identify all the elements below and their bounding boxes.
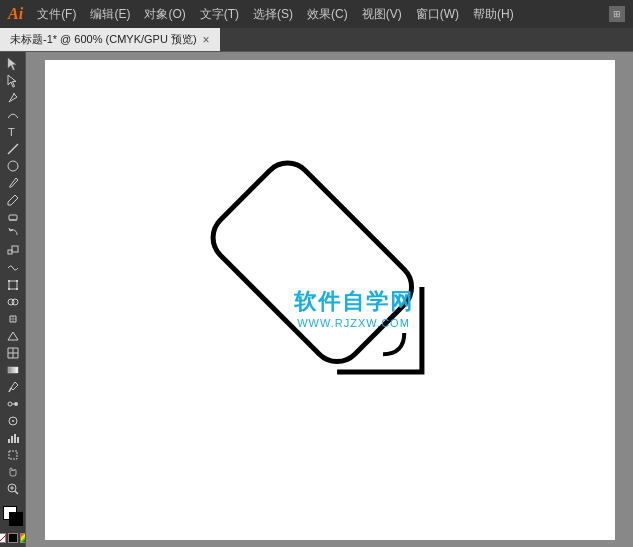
svg-point-14	[12, 299, 18, 305]
canvas-area[interactable]: 软件自学网 WWW.RJZXW.COM	[26, 52, 633, 547]
grid-view-button[interactable]: ⊞	[609, 6, 625, 22]
svg-line-27	[15, 491, 18, 494]
svg-rect-4	[9, 215, 17, 220]
hand-tool[interactable]	[2, 464, 24, 480]
app-logo: Ai	[8, 5, 23, 23]
menu-type[interactable]: 文字(T)	[194, 4, 245, 25]
active-tab[interactable]: 未标题-1* @ 600% (CMYK/GPU 预览) ×	[0, 28, 220, 51]
svg-rect-6	[8, 250, 12, 254]
eyedropper-tool[interactable]	[2, 379, 24, 395]
zoom-tool[interactable]	[2, 481, 24, 497]
svg-rect-8	[9, 281, 17, 289]
graph-tool[interactable]	[2, 430, 24, 446]
svg-line-30	[0, 534, 7, 544]
warp-tool[interactable]	[2, 260, 24, 276]
perspective-tool[interactable]	[2, 328, 24, 344]
tab-label: 未标题-1* @ 600% (CMYK/GPU 预览)	[10, 32, 197, 47]
menu-edit[interactable]: 编辑(E)	[84, 4, 136, 25]
eraser-tool[interactable]	[2, 209, 24, 225]
svg-rect-25	[9, 451, 17, 459]
menu-select[interactable]: 选择(S)	[247, 4, 299, 25]
blend-tool[interactable]	[2, 396, 24, 412]
pencil-tool[interactable]	[2, 192, 24, 208]
title-bar: Ai 文件(F) 编辑(E) 对象(O) 文字(T) 选择(S) 效果(C) 视…	[0, 0, 633, 28]
menu-view[interactable]: 视图(V)	[356, 4, 408, 25]
tab-close-button[interactable]: ×	[203, 33, 210, 47]
color-area	[0, 502, 25, 543]
svg-point-20	[12, 420, 14, 422]
svg-text:T: T	[8, 126, 15, 138]
live-paint-tool[interactable]	[2, 311, 24, 327]
svg-rect-12	[16, 288, 18, 290]
svg-rect-24	[17, 437, 19, 443]
svg-point-0	[13, 93, 15, 95]
stroke-color[interactable]	[9, 512, 23, 526]
type-tool[interactable]: T	[2, 124, 24, 140]
none-swatch[interactable]	[0, 533, 6, 543]
svg-rect-31	[202, 152, 421, 371]
pen-tool[interactable]	[2, 90, 24, 106]
ellipse-tool[interactable]	[2, 158, 24, 174]
svg-rect-10	[16, 280, 18, 282]
svg-rect-7	[12, 246, 18, 252]
svg-point-17	[14, 402, 18, 406]
svg-rect-22	[11, 436, 13, 443]
scale-tool[interactable]	[2, 243, 24, 259]
svg-point-3	[8, 161, 18, 171]
toolbar: T	[0, 52, 26, 547]
symbol-tool[interactable]	[2, 413, 24, 429]
svg-rect-9	[8, 280, 10, 282]
line-tool[interactable]	[2, 141, 24, 157]
svg-rect-21	[8, 439, 10, 443]
menu-effect[interactable]: 效果(C)	[301, 4, 354, 25]
tab-bar: 未标题-1* @ 600% (CMYK/GPU 预览) ×	[0, 28, 633, 52]
gradient-tool[interactable]	[2, 362, 24, 378]
svg-point-16	[8, 402, 12, 406]
svg-line-2	[8, 144, 18, 154]
menu-window[interactable]: 窗口(W)	[410, 4, 465, 25]
fill-stroke-indicator[interactable]	[3, 506, 23, 526]
color-swatches	[0, 533, 26, 543]
curvature-tool[interactable]	[2, 107, 24, 123]
svg-rect-23	[14, 434, 16, 443]
free-transform-tool[interactable]	[2, 277, 24, 293]
rotate-tool[interactable]	[2, 226, 24, 242]
menu-file[interactable]: 文件(F)	[31, 4, 82, 25]
svg-rect-15	[8, 367, 18, 373]
canvas[interactable]: 软件自学网 WWW.RJZXW.COM	[45, 60, 615, 540]
artboard-tool[interactable]	[2, 447, 24, 463]
artwork-svg	[45, 60, 615, 540]
menu-bar: 文件(F) 编辑(E) 对象(O) 文字(T) 选择(S) 效果(C) 视图(V…	[31, 4, 609, 25]
selection-tool[interactable]	[2, 56, 24, 72]
mesh-tool[interactable]	[2, 345, 24, 361]
main-area: T	[0, 52, 633, 547]
direct-selection-tool[interactable]	[2, 73, 24, 89]
menu-object[interactable]: 对象(O)	[138, 4, 191, 25]
menu-help[interactable]: 帮助(H)	[467, 4, 520, 25]
svg-rect-11	[8, 288, 10, 290]
black-swatch[interactable]	[8, 533, 18, 543]
shape-builder-tool[interactable]	[2, 294, 24, 310]
paintbrush-tool[interactable]	[2, 175, 24, 191]
window-controls: ⊞	[609, 6, 625, 22]
